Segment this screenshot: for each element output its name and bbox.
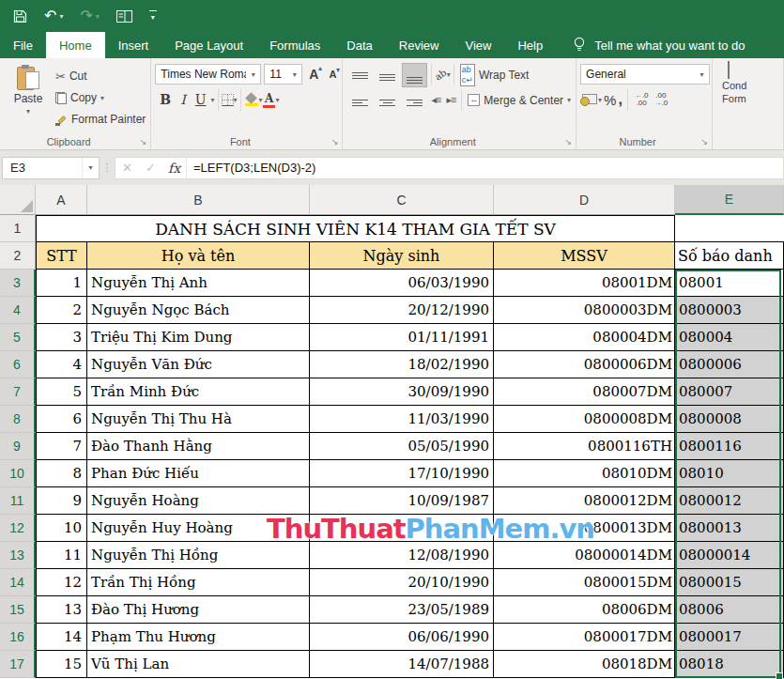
cancel-icon[interactable]: ✕: [115, 161, 139, 175]
fill-color-icon[interactable]: [244, 94, 259, 106]
cell-dob[interactable]: [310, 515, 494, 542]
paste-button[interactable]: Paste ▾: [4, 62, 53, 134]
cell-mssv[interactable]: 08006DM: [494, 596, 675, 624]
cell-mssv[interactable]: 0800003DM: [494, 297, 675, 324]
row-header-13[interactable]: 13: [0, 542, 36, 569]
number-format-combobox[interactable]: General ▾: [580, 64, 710, 85]
cell-mssv[interactable]: 0800017DM: [494, 624, 675, 651]
cell-mssv[interactable]: 0800116TH: [494, 433, 675, 460]
undo-button[interactable]: ↶▾: [44, 8, 63, 23]
cell-mssv[interactable]: 08000014DM: [494, 542, 675, 569]
orientation-icon[interactable]: ab: [433, 67, 448, 82]
cell-sbd[interactable]: 0800116: [675, 433, 784, 460]
cell-stt[interactable]: 12: [36, 569, 87, 596]
cell-name[interactable]: Phạm Thu Hương: [87, 624, 310, 651]
cell-header-dob[interactable]: Ngày sinh: [310, 242, 494, 270]
cell-stt[interactable]: 8: [36, 460, 87, 487]
cell-stt[interactable]: 3: [36, 324, 87, 351]
column-header-b[interactable]: B: [87, 185, 310, 215]
cell-name[interactable]: Nguyễn Thị Thu Hà: [87, 406, 310, 433]
accounting-dropdown-icon[interactable]: ▾: [598, 96, 602, 104]
decrease-font-size-button[interactable]: A▼: [325, 69, 340, 80]
font-size-dropdown-icon[interactable]: ▾: [287, 70, 301, 79]
row-header-15[interactable]: 15: [0, 596, 36, 624]
underline-dropdown-icon[interactable]: ▾: [211, 96, 215, 104]
cell-dob[interactable]: 06/03/1990: [310, 270, 494, 297]
cell-stt[interactable]: 5: [36, 378, 87, 406]
align-right-button[interactable]: [402, 85, 427, 115]
cell-sbd[interactable]: 08018: [675, 651, 784, 678]
workbook-icon[interactable]: [116, 10, 132, 23]
cell-sbd[interactable]: 0800012: [675, 487, 784, 515]
paste-dropdown-icon[interactable]: ▾: [26, 107, 30, 116]
align-center-button[interactable]: [375, 85, 400, 115]
row-header-7[interactable]: 7: [0, 378, 36, 406]
row-header-9[interactable]: 9: [0, 433, 36, 460]
cell-sbd[interactable]: 0800013: [675, 515, 784, 542]
tab-home[interactable]: Home: [46, 32, 105, 58]
bottom-align-button[interactable]: [402, 63, 427, 87]
cell-dob[interactable]: 10/09/1987: [310, 487, 494, 515]
cell-mssv[interactable]: 0800012DM: [494, 487, 675, 515]
column-header-a[interactable]: A: [36, 185, 87, 215]
row-header-3[interactable]: 3: [0, 270, 36, 297]
cell-mssv[interactable]: 08010DM: [494, 460, 675, 487]
cell-stt[interactable]: 10: [36, 515, 87, 542]
bold-button[interactable]: B: [155, 92, 176, 107]
cell-name[interactable]: Nguyễn Văn Đức: [87, 351, 310, 378]
cell-mssv[interactable]: 08001DM: [494, 270, 675, 297]
cell-mssv[interactable]: 0800015DM: [494, 569, 675, 596]
cell-dob[interactable]: 18/02/1990: [310, 351, 494, 378]
alignment-dialog-launcher[interactable]: ↘: [565, 137, 573, 147]
save-icon[interactable]: [13, 9, 27, 23]
select-all-corner[interactable]: [0, 185, 36, 215]
number-dialog-launcher[interactable]: ↘: [701, 137, 709, 147]
cell-name[interactable]: Nguyễn Huy Hoàng: [87, 515, 310, 542]
cell-dob[interactable]: 11/03/1990: [310, 406, 494, 433]
cell-name[interactable]: Triệu Thị Kim Dung: [87, 324, 310, 351]
number-format-dropdown-icon[interactable]: ▾: [695, 70, 709, 79]
cell-dob[interactable]: 06/06/1990: [310, 624, 494, 651]
cell-name[interactable]: Đào Thanh Hằng: [87, 433, 310, 460]
tab-data[interactable]: Data: [333, 32, 385, 58]
conditional-formatting-button[interactable]: Cond Form: [722, 62, 781, 105]
cell-sbd[interactable]: 0800006: [675, 351, 784, 378]
cell-sbd[interactable]: 0800017: [675, 624, 784, 651]
cell-mssv[interactable]: 0800013DM: [494, 515, 675, 542]
merge-center-dropdown-icon[interactable]: ▾: [567, 96, 571, 104]
accounting-format-icon[interactable]: [580, 94, 596, 106]
row-header-17[interactable]: 17: [0, 651, 36, 678]
cell-header-mssv[interactable]: MSSV: [494, 242, 675, 270]
cell-dob[interactable]: 05/05/1990: [310, 433, 494, 460]
redo-button[interactable]: ↷▾: [80, 8, 99, 23]
tab-formulas[interactable]: Formulas: [256, 32, 333, 58]
tab-help[interactable]: Help: [504, 32, 556, 58]
cell-dob[interactable]: 14/07/1988: [310, 651, 494, 678]
cell-header-stt[interactable]: STT: [36, 242, 87, 270]
wrap-text-button[interactable]: abc↵ Wrap Text: [457, 63, 532, 87]
row-header-12[interactable]: 12: [0, 515, 36, 542]
tab-view[interactable]: View: [452, 32, 504, 58]
cell-sbd[interactable]: 0800003: [675, 297, 784, 324]
borders-icon[interactable]: [222, 94, 234, 106]
cell-dob[interactable]: 20/10/1990: [310, 569, 494, 596]
increase-decimal-button[interactable]: ←.0.00: [633, 92, 651, 107]
cell-dob[interactable]: 23/05/1989: [310, 596, 494, 624]
merge-center-button[interactable]: ↔ Merge & Center ▾: [465, 93, 574, 108]
cell-name[interactable]: Phan Đức Hiếu: [87, 460, 310, 487]
cell-sbd[interactable]: 080004: [675, 324, 784, 351]
cell-header-name[interactable]: Họ và tên: [87, 242, 310, 270]
tab-review[interactable]: Review: [386, 32, 453, 58]
font-dialog-launcher[interactable]: ↘: [331, 137, 339, 147]
tab-page-layout[interactable]: Page Layout: [161, 32, 256, 58]
copy-dropdown-icon[interactable]: ▾: [100, 94, 104, 102]
decrease-indent-icon[interactable]: ◂≡: [428, 94, 443, 106]
cell-sbd[interactable]: 080007: [675, 378, 784, 406]
align-left-button[interactable]: [347, 85, 373, 115]
tab-insert[interactable]: Insert: [105, 32, 162, 58]
decrease-decimal-button[interactable]: .00→.0: [653, 92, 670, 107]
comma-style-button[interactable]: ,: [618, 96, 622, 103]
format-painter-button[interactable]: Format Painter: [53, 109, 148, 130]
italic-button[interactable]: I: [176, 92, 191, 107]
row-header-1[interactable]: 1: [0, 215, 36, 242]
